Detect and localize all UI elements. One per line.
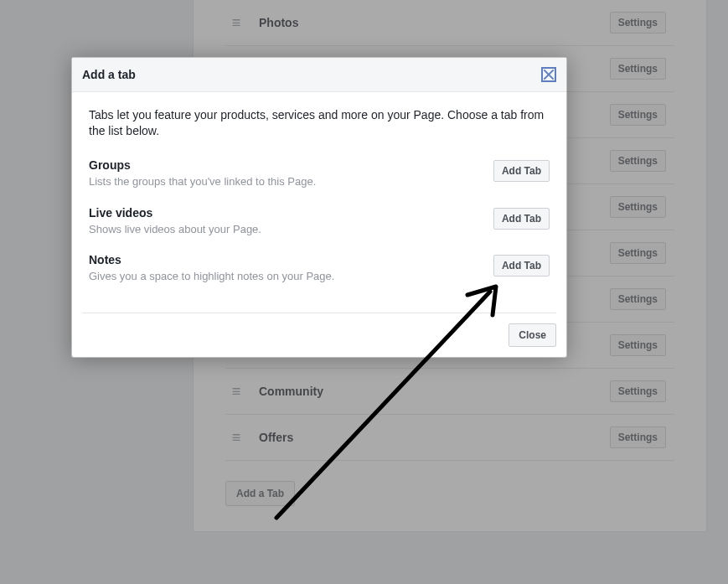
close-button[interactable]: Close <box>509 323 556 347</box>
tab-option-live-videos: Live videos Shows live videos about your… <box>89 206 550 237</box>
add-tab-button[interactable]: Add Tab <box>493 255 550 276</box>
option-title: Notes <box>89 253 480 266</box>
tab-option-notes: Notes Gives you a space to highlight not… <box>89 253 550 284</box>
tab-option-groups: Groups Lists the groups that you've link… <box>89 158 550 189</box>
option-title: Live videos <box>89 206 480 220</box>
option-subtitle: Shows live videos about your Page. <box>89 223 480 237</box>
modal-title: Add a tab <box>82 68 136 81</box>
add-tab-modal: Add a tab Tabs let you feature your prod… <box>71 57 567 358</box>
add-tab-button[interactable]: Add Tab <box>493 160 550 182</box>
modal-description: Tabs let you feature your products, serv… <box>89 107 550 140</box>
modal-header: Add a tab <box>72 58 566 92</box>
close-icon[interactable] <box>541 67 556 82</box>
option-subtitle: Gives you a space to highlight notes on … <box>89 270 480 284</box>
add-tab-button[interactable]: Add Tab <box>493 208 550 230</box>
modal-body: Tabs let you feature your products, serv… <box>72 92 566 308</box>
modal-footer: Close <box>72 313 566 357</box>
option-title: Groups <box>89 158 480 172</box>
option-subtitle: Lists the groups that you've linked to t… <box>89 175 480 189</box>
